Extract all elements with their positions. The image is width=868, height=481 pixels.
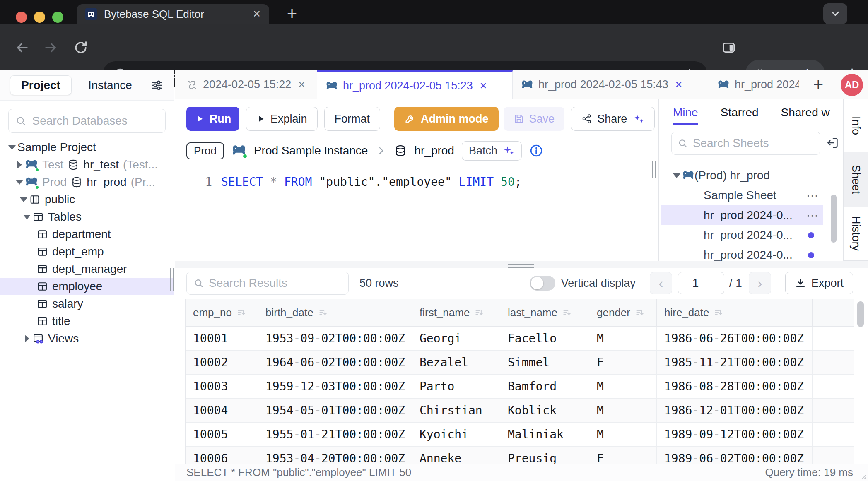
- strip-tab-history[interactable]: History: [844, 207, 868, 261]
- tab-search-button[interactable]: [823, 3, 847, 24]
- table-row[interactable]: 10001 1953-09-02T00:00:00Z Georgi Facell…: [186, 327, 854, 351]
- tab-mine[interactable]: Mine: [673, 106, 698, 125]
- caret-down-icon[interactable]: [671, 173, 682, 178]
- column-header[interactable]: first_name: [412, 299, 500, 326]
- cell[interactable]: 1964-06-02T00:00:00Z: [258, 351, 412, 374]
- instance-name[interactable]: Prod Sample Instance: [254, 144, 368, 157]
- sheet-search[interactable]: [671, 132, 820, 155]
- column-header[interactable]: gender: [589, 299, 657, 326]
- tree-item-test-instance[interactable]: Test hr_test (Test...: [0, 156, 174, 173]
- cell[interactable]: M: [589, 375, 657, 398]
- tree-item-project[interactable]: Sample Project: [0, 139, 174, 156]
- worksheet-tab-4[interactable]: hr_prod 2024-0: [709, 70, 808, 99]
- table-row[interactable]: 10004 1954-05-01T00:00:00Z Chirstian Kob…: [186, 399, 854, 423]
- worksheet-tab-2-active[interactable]: hr_prod 2024-02-05 15:23: [317, 70, 513, 100]
- cell[interactable]: 10006: [186, 447, 258, 464]
- table-row[interactable]: 10002 1964-06-02T00:00:00Z Bezalel Simme…: [186, 351, 854, 375]
- tab-starred[interactable]: Starred: [721, 106, 759, 125]
- tree-item-table-employee-selected[interactable]: employee: [0, 278, 174, 295]
- cell[interactable]: 1986-12-01T00:00:00Z: [657, 399, 813, 422]
- worksheet-tab-3[interactable]: hr_prod 2024-02-05 15:43: [513, 70, 709, 99]
- cell[interactable]: 10003: [186, 375, 258, 398]
- caret-down-icon[interactable]: [18, 197, 29, 202]
- user-avatar[interactable]: AD: [841, 74, 863, 96]
- share-button[interactable]: Share: [571, 107, 655, 131]
- database-search[interactable]: [8, 109, 166, 133]
- table-row[interactable]: 10005 1955-01-21T00:00:00Z Kyoichi Malin…: [186, 423, 854, 447]
- current-database[interactable]: hr_prod: [414, 144, 454, 157]
- prev-page-button[interactable]: [650, 272, 672, 294]
- results-scrollbar[interactable]: [857, 301, 864, 327]
- close-worksheet-icon[interactable]: [298, 79, 305, 90]
- export-button[interactable]: Export: [785, 272, 853, 294]
- cell[interactable]: 1953-09-02T00:00:00Z: [258, 327, 412, 350]
- cell[interactable]: F: [589, 351, 657, 374]
- explain-button[interactable]: Explain: [246, 107, 318, 131]
- forward-icon[interactable]: [43, 40, 59, 55]
- cell[interactable]: Koblick: [500, 399, 589, 422]
- tab-shared[interactable]: Shared w: [781, 106, 830, 125]
- cell[interactable]: F: [589, 447, 657, 464]
- cell[interactable]: 1955-01-21T00:00:00Z: [258, 423, 412, 446]
- cell[interactable]: Bamford: [500, 375, 589, 398]
- sheet-item-menu-icon[interactable]: [806, 188, 820, 203]
- tree-item-table-dept-manager[interactable]: dept_manager: [0, 260, 174, 278]
- column-header[interactable]: birth_date: [258, 299, 412, 326]
- close-tab-icon[interactable]: [253, 9, 261, 19]
- search-databases-input[interactable]: [32, 114, 159, 127]
- connection-info-icon[interactable]: [529, 144, 543, 158]
- run-button[interactable]: Run: [186, 107, 239, 131]
- cell[interactable]: M: [589, 399, 657, 422]
- sheet-item-unsaved-clipped[interactable]: hr_prod 2024-0...: [661, 245, 823, 261]
- sidebar-resize-handle[interactable]: [170, 268, 174, 291]
- cell[interactable]: 10004: [186, 399, 258, 422]
- cell[interactable]: 1989-06-02T00:00:00Z: [657, 447, 813, 464]
- search-sheets-input[interactable]: [693, 137, 814, 150]
- sheet-item-sample[interactable]: Sample Sheet: [661, 185, 823, 205]
- column-header[interactable]: last_name: [500, 299, 589, 326]
- back-icon[interactable]: [14, 40, 30, 55]
- sort-icon[interactable]: [474, 308, 485, 318]
- caret-down-icon[interactable]: [14, 180, 25, 185]
- cell[interactable]: Parto: [412, 375, 500, 398]
- strip-tab-sheet[interactable]: Sheet: [844, 152, 868, 207]
- close-window-button[interactable]: [16, 12, 27, 23]
- vertical-display-toggle[interactable]: [530, 276, 555, 291]
- table-row-clipped[interactable]: 10006 1953-04-20T00:00:00Z Anneke Preusi…: [186, 447, 854, 464]
- filter-sliders-icon[interactable]: [150, 78, 164, 92]
- sheet-group-root[interactable]: (Prod) hr_prod: [661, 166, 823, 185]
- cell[interactable]: 1954-05-01T00:00:00Z: [258, 399, 412, 422]
- cell[interactable]: Anneke: [412, 447, 500, 464]
- side-panel-icon[interactable]: [721, 41, 736, 55]
- minimize-window-button[interactable]: [34, 12, 45, 23]
- zoom-window-button[interactable]: [52, 12, 63, 23]
- strip-tab-info[interactable]: Info: [844, 99, 868, 152]
- tab-instance[interactable]: Instance: [88, 79, 132, 92]
- column-header[interactable]: emp_no: [186, 299, 258, 326]
- sheet-item-selected[interactable]: hr_prod 2024-0...: [661, 205, 823, 225]
- sort-icon[interactable]: [318, 308, 328, 318]
- sort-icon[interactable]: [713, 308, 724, 318]
- tree-item-views-group[interactable]: Views: [0, 330, 174, 347]
- admin-mode-button[interactable]: Admin mode: [394, 107, 499, 131]
- cell[interactable]: Georgi: [412, 327, 500, 350]
- caret-down-icon[interactable]: [7, 145, 17, 150]
- tree-item-prod-instance[interactable]: Prod hr_prod (Pr...: [0, 173, 174, 191]
- cell[interactable]: 10001: [186, 327, 258, 350]
- cell[interactable]: Kyoichi: [412, 423, 500, 446]
- tree-item-table-salary[interactable]: salary: [0, 295, 174, 313]
- cell[interactable]: Maliniak: [500, 423, 589, 446]
- new-tab-button[interactable]: [282, 3, 302, 24]
- page-number-input[interactable]: [678, 272, 724, 294]
- cell[interactable]: 1953-04-20T00:00:00Z: [258, 447, 412, 464]
- sort-icon[interactable]: [236, 308, 247, 318]
- tree-item-tables-group[interactable]: Tables: [0, 208, 174, 226]
- sheet-item-menu-icon[interactable]: [806, 208, 820, 223]
- sort-icon[interactable]: [634, 308, 645, 318]
- cell[interactable]: Chirstian: [412, 399, 500, 422]
- collapse-panel-icon[interactable]: [825, 136, 839, 150]
- close-worksheet-icon[interactable]: [675, 79, 682, 90]
- cell[interactable]: Simmel: [500, 351, 589, 374]
- cell[interactable]: M: [589, 327, 657, 350]
- caret-down-icon[interactable]: [22, 215, 32, 219]
